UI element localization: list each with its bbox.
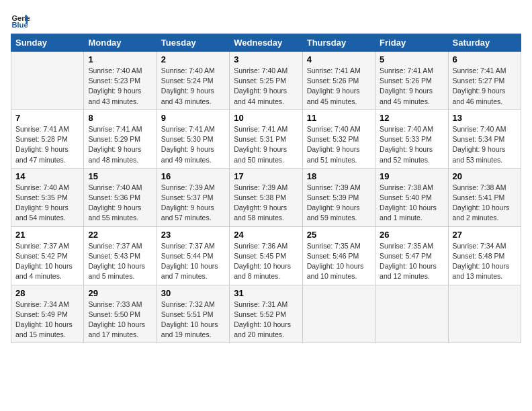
day-number: 9: [161, 113, 225, 123]
cell-w2-d3: 9Sunrise: 7:41 AM Sunset: 5:30 PM Daylig…: [157, 109, 229, 168]
day-number: 2: [161, 54, 225, 64]
cell-w5-d3: 30Sunrise: 7:32 AM Sunset: 5:51 PM Dayli…: [157, 285, 229, 343]
day-number: 6: [453, 54, 517, 64]
day-info: Sunrise: 7:41 AM Sunset: 5:29 PM Dayligh…: [88, 125, 142, 164]
day-info: Sunrise: 7:36 AM Sunset: 5:45 PM Dayligh…: [234, 242, 291, 281]
header: General Blue: [11, 11, 521, 30]
cell-w4-d3: 23Sunrise: 7:37 AM Sunset: 5:44 PM Dayli…: [157, 226, 229, 285]
week-row-2: 7Sunrise: 7:41 AM Sunset: 5:28 PM Daylig…: [11, 109, 521, 168]
day-number: 24: [234, 230, 298, 240]
header-sunday: Sunday: [11, 34, 84, 52]
day-number: 15: [88, 171, 152, 181]
cell-w4-d7: 27Sunrise: 7:34 AM Sunset: 5:48 PM Dayli…: [448, 226, 521, 285]
cell-w2-d1: 7Sunrise: 7:41 AM Sunset: 5:28 PM Daylig…: [11, 109, 84, 168]
day-number: 17: [234, 171, 298, 181]
day-number: 11: [307, 113, 371, 123]
cell-w1-d7: 6Sunrise: 7:41 AM Sunset: 5:27 PM Daylig…: [448, 52, 521, 110]
cell-w2-d6: 12Sunrise: 7:40 AM Sunset: 5:33 PM Dayli…: [375, 109, 448, 168]
week-row-3: 14Sunrise: 7:40 AM Sunset: 5:35 PM Dayli…: [11, 168, 521, 226]
day-number: 4: [307, 54, 371, 64]
cell-w4-d1: 21Sunrise: 7:37 AM Sunset: 5:42 PM Dayli…: [11, 226, 84, 285]
cell-w1-d4: 3Sunrise: 7:40 AM Sunset: 5:25 PM Daylig…: [230, 52, 302, 110]
cell-w4-d4: 24Sunrise: 7:36 AM Sunset: 5:45 PM Dayli…: [230, 226, 302, 285]
header-monday: Monday: [84, 34, 157, 52]
cell-w5-d1: 28Sunrise: 7:34 AM Sunset: 5:49 PM Dayli…: [11, 285, 84, 343]
header-tuesday: Tuesday: [157, 34, 229, 52]
week-row-4: 21Sunrise: 7:37 AM Sunset: 5:42 PM Dayli…: [11, 226, 521, 285]
cell-w1-d3: 2Sunrise: 7:40 AM Sunset: 5:24 PM Daylig…: [157, 52, 229, 110]
cell-w1-d6: 5Sunrise: 7:41 AM Sunset: 5:26 PM Daylig…: [375, 52, 448, 110]
cell-w5-d5: [302, 285, 375, 343]
calendar-header-row: SundayMondayTuesdayWednesdayThursdayFrid…: [11, 34, 521, 52]
cell-w3-d2: 15Sunrise: 7:40 AM Sunset: 5:36 PM Dayli…: [84, 168, 157, 226]
day-info: Sunrise: 7:40 AM Sunset: 5:24 PM Dayligh…: [161, 66, 215, 105]
day-info: Sunrise: 7:40 AM Sunset: 5:35 PM Dayligh…: [15, 183, 69, 222]
day-number: 31: [234, 288, 298, 298]
cell-w2-d2: 8Sunrise: 7:41 AM Sunset: 5:29 PM Daylig…: [84, 109, 157, 168]
day-info: Sunrise: 7:35 AM Sunset: 5:46 PM Dayligh…: [307, 242, 364, 281]
day-number: 20: [453, 171, 517, 181]
day-info: Sunrise: 7:40 AM Sunset: 5:32 PM Dayligh…: [307, 125, 361, 164]
cell-w1-d2: 1Sunrise: 7:40 AM Sunset: 5:23 PM Daylig…: [84, 52, 157, 110]
day-number: 5: [380, 54, 443, 64]
day-info: Sunrise: 7:40 AM Sunset: 5:33 PM Dayligh…: [380, 125, 433, 164]
svg-text:Blue: Blue: [11, 21, 28, 29]
cell-w4-d6: 26Sunrise: 7:35 AM Sunset: 5:47 PM Dayli…: [375, 226, 448, 285]
day-number: 10: [234, 113, 298, 123]
day-number: 30: [161, 288, 225, 298]
day-info: Sunrise: 7:35 AM Sunset: 5:47 PM Dayligh…: [380, 242, 437, 281]
cell-w5-d7: [448, 285, 521, 343]
day-info: Sunrise: 7:41 AM Sunset: 5:26 PM Dayligh…: [380, 66, 433, 105]
week-row-5: 28Sunrise: 7:34 AM Sunset: 5:49 PM Dayli…: [11, 285, 521, 343]
day-number: 3: [234, 54, 298, 64]
day-info: Sunrise: 7:33 AM Sunset: 5:50 PM Dayligh…: [88, 300, 145, 339]
day-info: Sunrise: 7:37 AM Sunset: 5:42 PM Dayligh…: [15, 242, 73, 281]
day-number: 27: [453, 230, 517, 240]
header-thursday: Thursday: [302, 34, 375, 52]
day-info: Sunrise: 7:37 AM Sunset: 5:43 PM Dayligh…: [88, 242, 145, 281]
day-number: 12: [380, 113, 443, 123]
day-info: Sunrise: 7:39 AM Sunset: 5:37 PM Dayligh…: [161, 183, 215, 222]
day-info: Sunrise: 7:39 AM Sunset: 5:39 PM Dayligh…: [307, 183, 361, 222]
cell-w3-d1: 14Sunrise: 7:40 AM Sunset: 5:35 PM Dayli…: [11, 168, 84, 226]
week-row-1: 1Sunrise: 7:40 AM Sunset: 5:23 PM Daylig…: [11, 52, 521, 110]
cell-w5-d2: 29Sunrise: 7:33 AM Sunset: 5:50 PM Dayli…: [84, 285, 157, 343]
day-number: 23: [161, 230, 225, 240]
day-info: Sunrise: 7:32 AM Sunset: 5:51 PM Dayligh…: [161, 300, 218, 339]
day-info: Sunrise: 7:41 AM Sunset: 5:30 PM Dayligh…: [161, 125, 215, 164]
cell-w3-d4: 17Sunrise: 7:39 AM Sunset: 5:38 PM Dayli…: [230, 168, 302, 226]
day-info: Sunrise: 7:41 AM Sunset: 5:31 PM Dayligh…: [234, 125, 287, 164]
day-info: Sunrise: 7:38 AM Sunset: 5:40 PM Dayligh…: [380, 183, 437, 222]
header-wednesday: Wednesday: [230, 34, 302, 52]
cell-w3-d3: 16Sunrise: 7:39 AM Sunset: 5:37 PM Dayli…: [157, 168, 229, 226]
day-number: 28: [15, 288, 79, 298]
day-info: Sunrise: 7:39 AM Sunset: 5:38 PM Dayligh…: [234, 183, 287, 222]
header-saturday: Saturday: [448, 34, 521, 52]
day-number: 16: [161, 171, 225, 181]
day-number: 19: [380, 171, 443, 181]
day-number: 26: [380, 230, 443, 240]
header-friday: Friday: [375, 34, 448, 52]
day-number: 8: [88, 113, 152, 123]
cell-w1-d1: [11, 52, 84, 110]
day-number: 25: [307, 230, 371, 240]
cell-w2-d5: 11Sunrise: 7:40 AM Sunset: 5:32 PM Dayli…: [302, 109, 375, 168]
cell-w4-d5: 25Sunrise: 7:35 AM Sunset: 5:46 PM Dayli…: [302, 226, 375, 285]
day-number: 18: [307, 171, 371, 181]
day-number: 22: [88, 230, 152, 240]
day-info: Sunrise: 7:34 AM Sunset: 5:48 PM Dayligh…: [453, 242, 510, 281]
day-info: Sunrise: 7:41 AM Sunset: 5:28 PM Dayligh…: [15, 125, 69, 164]
day-info: Sunrise: 7:40 AM Sunset: 5:25 PM Dayligh…: [234, 66, 287, 105]
cell-w5-d4: 31Sunrise: 7:31 AM Sunset: 5:52 PM Dayli…: [230, 285, 302, 343]
day-info: Sunrise: 7:37 AM Sunset: 5:44 PM Dayligh…: [161, 242, 218, 281]
day-info: Sunrise: 7:40 AM Sunset: 5:36 PM Dayligh…: [88, 183, 142, 222]
day-info: Sunrise: 7:41 AM Sunset: 5:26 PM Dayligh…: [307, 66, 361, 105]
day-number: 14: [15, 171, 79, 181]
calendar-table: SundayMondayTuesdayWednesdayThursdayFrid…: [11, 34, 521, 343]
cell-w3-d5: 18Sunrise: 7:39 AM Sunset: 5:39 PM Dayli…: [302, 168, 375, 226]
cell-w5-d6: [375, 285, 448, 343]
cell-w3-d7: 20Sunrise: 7:38 AM Sunset: 5:41 PM Dayli…: [448, 168, 521, 226]
day-info: Sunrise: 7:40 AM Sunset: 5:23 PM Dayligh…: [88, 66, 142, 105]
cell-w2-d4: 10Sunrise: 7:41 AM Sunset: 5:31 PM Dayli…: [230, 109, 302, 168]
day-number: 21: [15, 230, 79, 240]
